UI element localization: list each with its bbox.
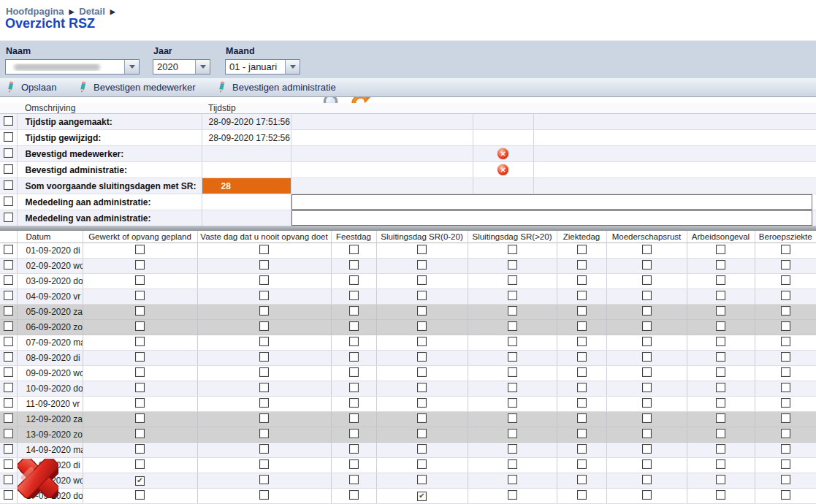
- day-checkbox[interactable]: [716, 275, 725, 285]
- day-checkbox[interactable]: [259, 413, 269, 423]
- day-checkbox[interactable]: [259, 490, 269, 500]
- day-checkbox[interactable]: [716, 352, 725, 362]
- bevestigen-administratie-button[interactable]: Bevestigen administratie: [217, 78, 336, 96]
- day-checkbox[interactable]: [349, 490, 359, 500]
- row-select-checkbox[interactable]: [4, 132, 13, 142]
- row-select-checkbox[interactable]: [4, 291, 13, 300]
- row-select-checkbox[interactable]: [4, 367, 13, 377]
- day-checkbox[interactable]: [716, 260, 725, 270]
- day-checkbox[interactable]: [577, 291, 587, 300]
- day-checkbox[interactable]: [781, 291, 790, 300]
- day-checkbox[interactable]: [642, 367, 652, 377]
- day-checkbox[interactable]: [781, 367, 790, 377]
- day-checkbox[interactable]: [259, 291, 269, 300]
- day-checkbox[interactable]: [781, 429, 790, 438]
- day-checkbox[interactable]: [417, 352, 427, 362]
- naam-select[interactable]: [5, 59, 140, 75]
- day-checkbox[interactable]: [135, 490, 145, 500]
- day-checkbox[interactable]: [508, 367, 517, 377]
- day-checkbox[interactable]: [716, 291, 725, 300]
- day-checkbox[interactable]: [135, 337, 145, 346]
- day-checkbox[interactable]: [135, 459, 145, 469]
- day-checkbox[interactable]: [349, 321, 359, 331]
- row-select-checkbox[interactable]: [4, 490, 13, 500]
- day-checkbox[interactable]: [135, 245, 145, 254]
- day-checkbox[interactable]: [642, 260, 652, 270]
- row-select-checkbox[interactable]: [4, 383, 13, 392]
- day-checkbox[interactable]: [508, 413, 517, 423]
- day-checkbox[interactable]: [135, 398, 145, 408]
- day-checkbox[interactable]: [642, 398, 652, 408]
- day-checkbox[interactable]: [508, 306, 517, 316]
- day-checkbox[interactable]: [781, 413, 790, 423]
- day-checkbox[interactable]: [508, 475, 517, 484]
- day-checkbox[interactable]: [508, 398, 517, 408]
- day-checkbox[interactable]: [417, 306, 427, 316]
- day-checkbox[interactable]: [508, 275, 517, 285]
- day-checkbox[interactable]: [259, 321, 269, 331]
- day-checkbox[interactable]: [716, 245, 725, 254]
- day-checkbox[interactable]: [642, 275, 652, 285]
- day-checkbox[interactable]: [349, 398, 359, 408]
- day-checkbox[interactable]: [508, 490, 517, 500]
- day-checkbox[interactable]: [577, 275, 587, 285]
- day-checkbox[interactable]: [781, 337, 790, 346]
- day-checkbox[interactable]: [417, 260, 427, 270]
- day-checkbox[interactable]: [135, 352, 145, 362]
- day-checkbox[interactable]: [508, 429, 517, 438]
- day-checkbox[interactable]: [349, 260, 359, 270]
- day-checkbox[interactable]: [716, 306, 725, 316]
- day-checkbox[interactable]: [642, 306, 652, 316]
- day-checkbox[interactable]: [259, 383, 269, 392]
- day-checkbox[interactable]: [577, 383, 587, 392]
- day-checkbox[interactable]: [642, 459, 652, 469]
- day-checkbox[interactable]: [642, 383, 652, 392]
- day-checkbox[interactable]: [642, 490, 652, 500]
- day-checkbox[interactable]: [417, 444, 427, 454]
- day-checkbox[interactable]: [781, 459, 790, 469]
- row-select-checkbox[interactable]: [4, 444, 13, 454]
- bevestigen-medewerker-button[interactable]: Bevestigen medewerker: [78, 78, 195, 96]
- day-checkbox[interactable]: [259, 352, 269, 362]
- maand-select[interactable]: 01 - januari: [225, 59, 300, 75]
- day-checkbox[interactable]: [716, 337, 725, 346]
- mededeling-input[interactable]: [291, 210, 813, 226]
- day-checkbox[interactable]: [508, 444, 517, 454]
- day-checkbox[interactable]: [349, 275, 359, 285]
- day-checkbox[interactable]: [349, 367, 359, 377]
- day-checkbox[interactable]: [642, 291, 652, 300]
- day-checkbox[interactable]: [349, 337, 359, 346]
- day-checkbox[interactable]: [259, 475, 269, 484]
- day-checkbox[interactable]: [135, 260, 145, 270]
- day-checkbox[interactable]: [642, 245, 652, 254]
- day-checkbox[interactable]: [508, 383, 517, 392]
- day-checkbox[interactable]: [577, 475, 587, 484]
- day-checkbox[interactable]: [349, 306, 359, 316]
- day-checkbox[interactable]: [577, 260, 587, 270]
- day-checkbox[interactable]: [716, 398, 725, 408]
- day-checkbox[interactable]: [716, 383, 725, 392]
- day-checkbox[interactable]: [577, 398, 587, 408]
- row-select-checkbox[interactable]: [4, 180, 13, 190]
- day-checkbox[interactable]: [349, 352, 359, 362]
- day-checkbox[interactable]: [716, 321, 725, 331]
- row-select-checkbox[interactable]: [4, 306, 13, 316]
- day-checkbox[interactable]: [135, 413, 145, 423]
- day-checkbox[interactable]: [577, 337, 587, 346]
- day-checkbox[interactable]: [716, 475, 725, 484]
- day-checkbox[interactable]: [508, 352, 517, 362]
- day-checkbox[interactable]: [716, 459, 725, 469]
- day-checkbox[interactable]: [259, 444, 269, 454]
- row-select-checkbox[interactable]: [4, 337, 13, 346]
- day-checkbox[interactable]: [259, 429, 269, 438]
- day-checkbox[interactable]: [259, 260, 269, 270]
- day-checkbox[interactable]: [642, 321, 652, 331]
- row-select-checkbox[interactable]: [4, 196, 13, 206]
- day-checkbox[interactable]: [781, 475, 790, 484]
- day-checkbox[interactable]: [781, 306, 790, 316]
- day-checkbox[interactable]: [781, 245, 790, 254]
- day-checkbox[interactable]: [417, 459, 427, 469]
- day-checkbox[interactable]: [642, 352, 652, 362]
- day-checkbox[interactable]: [417, 383, 427, 392]
- day-checkbox[interactable]: [577, 245, 587, 254]
